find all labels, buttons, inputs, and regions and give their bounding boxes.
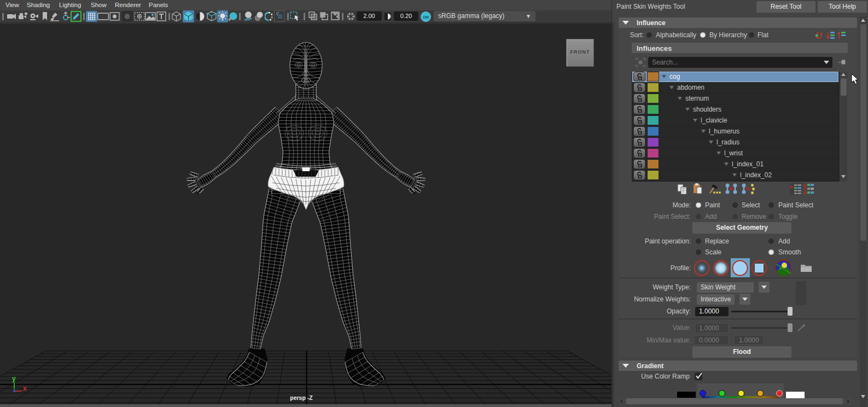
svg-text:ON: ON [423, 15, 429, 19]
svg-text:y: y [12, 375, 16, 382]
svg-text:x: x [23, 385, 27, 392]
